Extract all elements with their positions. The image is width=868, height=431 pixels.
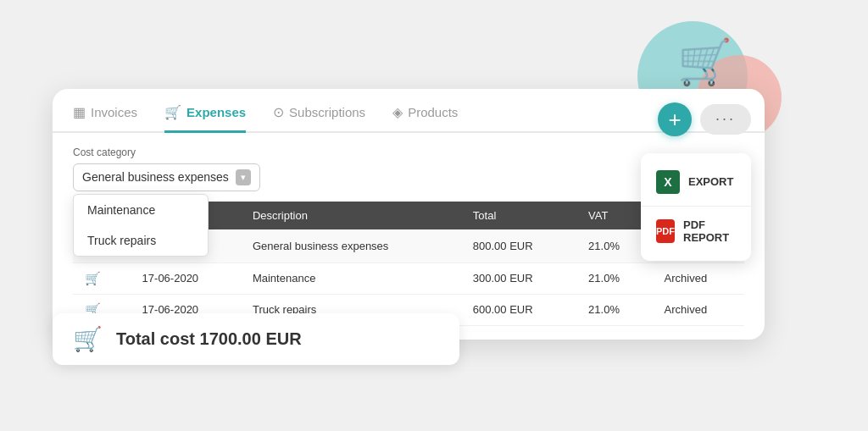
add-button[interactable]: + xyxy=(658,102,692,136)
tab-expenses[interactable]: 🛒 Expenses xyxy=(164,104,246,133)
pdf-report-label: PDF REPORT xyxy=(683,218,736,244)
export-pdf-button[interactable]: PDF PDF REPORT xyxy=(641,210,751,252)
tab-subscriptions-label: Subscriptions xyxy=(289,105,365,119)
row-vat-cell: 21.0% xyxy=(576,294,652,325)
table-row: 🛒 17-06-2020 Maintenance 300.00 EUR 21.0… xyxy=(73,262,744,294)
total-bar: 🛒 Total cost 1700.00 EUR xyxy=(53,313,459,365)
dropdown-popup: Maintenance Truck repairs xyxy=(73,194,209,257)
main-card: + ··· X EXPORT PDF PDF REPORT ▦ Invoices xyxy=(53,89,765,340)
action-buttons-area: + ··· X EXPORT PDF PDF REPORT xyxy=(658,102,751,136)
cost-category-dropdown[interactable]: General business expenses ▾ xyxy=(73,163,260,191)
dropdown-arrow-icon: ▾ xyxy=(236,169,251,185)
row-total-cell: 600.00 EUR xyxy=(461,294,576,325)
subscriptions-icon: ⊙ xyxy=(273,104,284,120)
total-cart-icon: 🛒 xyxy=(73,325,103,353)
dropdown-selected-value: General business expenses xyxy=(82,170,229,184)
expenses-icon: 🛒 xyxy=(164,104,181,120)
tab-invoices-label: Invoices xyxy=(91,105,137,119)
excel-icon: X xyxy=(656,170,680,194)
total-text: Total cost 1700.00 EUR xyxy=(116,329,302,349)
col-total: Total xyxy=(461,202,576,229)
row-date-cell: 17-06-2020 xyxy=(131,262,241,294)
export-label: EXPORT xyxy=(688,175,733,188)
col-description: Description xyxy=(241,202,461,229)
more-button[interactable]: ··· xyxy=(700,104,751,135)
row-description-cell: Maintenance xyxy=(241,262,461,294)
export-popup: X EXPORT PDF PDF REPORT xyxy=(641,153,751,261)
tab-subscriptions[interactable]: ⊙ Subscriptions xyxy=(273,104,365,133)
tab-products[interactable]: ◈ Products xyxy=(392,104,458,133)
export-excel-button[interactable]: X EXPORT xyxy=(641,162,751,202)
dropdown-option-truck-repairs[interactable]: Truck repairs xyxy=(74,225,208,256)
products-icon: ◈ xyxy=(392,104,403,120)
row-description-cell: General business expenses xyxy=(241,229,461,263)
decorative-cart-icon: 🛒 xyxy=(677,36,732,88)
row-vat-cell: 21.0% xyxy=(576,262,652,294)
row-status-cell: Archived xyxy=(653,294,744,325)
row-icon-cell: 🛒 xyxy=(73,262,131,294)
pdf-icon: PDF xyxy=(656,219,675,243)
invoices-icon: ▦ xyxy=(73,104,86,120)
tab-expenses-label: Expenses xyxy=(186,105,246,119)
cart-icon: 🛒 xyxy=(85,271,101,285)
row-total-cell: 300.00 EUR xyxy=(461,262,576,294)
row-status-cell: Archived xyxy=(653,262,744,294)
tab-invoices[interactable]: ▦ Invoices xyxy=(73,104,137,133)
export-divider xyxy=(641,206,751,207)
tab-products-label: Products xyxy=(408,105,458,119)
dropdown-option-maintenance[interactable]: Maintenance xyxy=(74,195,208,225)
row-total-cell: 800.00 EUR xyxy=(461,229,576,263)
